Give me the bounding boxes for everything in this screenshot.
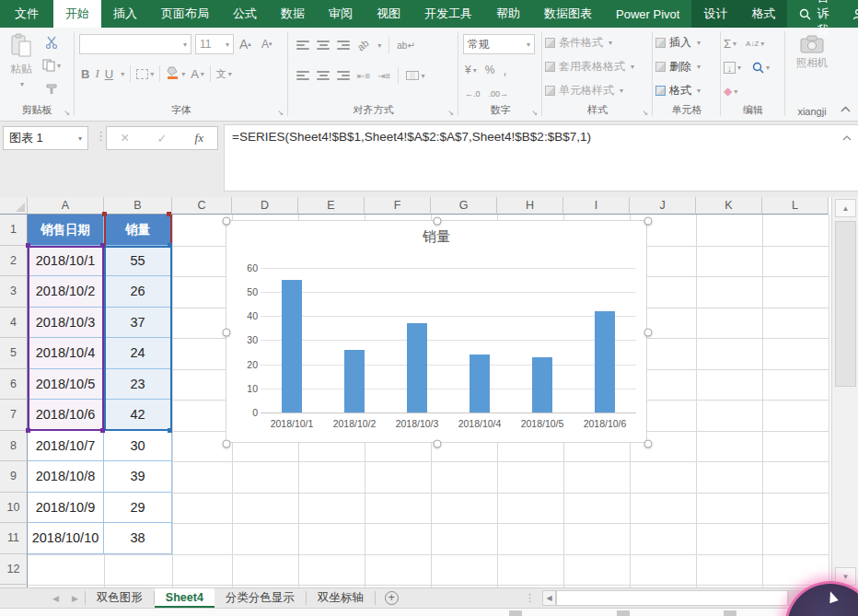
row-header-12[interactable]: 12 <box>0 554 28 586</box>
format-painter-button[interactable] <box>42 79 61 98</box>
align-middle-button[interactable] <box>317 39 330 52</box>
sheet-nav-prev-icon[interactable]: ◀ <box>46 588 65 608</box>
align-left-button[interactable] <box>296 69 309 82</box>
collapse-ribbon-button[interactable] <box>841 102 851 115</box>
embedded-chart[interactable]: 销量01020304050602018/10/12018/10/22018/10… <box>226 220 647 443</box>
sheet-tab-双色图形[interactable]: 双色图形 <box>86 588 154 608</box>
align-center-button[interactable] <box>317 69 330 82</box>
ribbon-tab-公式[interactable]: 公式 <box>221 0 269 28</box>
column-header-F[interactable]: F <box>365 197 431 215</box>
column-header-H[interactable]: H <box>497 197 563 215</box>
new-sheet-button[interactable]: + <box>385 591 399 605</box>
cell-B5[interactable]: 24 <box>104 338 172 369</box>
row-header-1[interactable]: 1 <box>0 215 28 246</box>
cell-A3[interactable]: 2018/10/2 <box>28 276 104 308</box>
comma-style-button[interactable]: , <box>503 61 506 79</box>
name-box[interactable]: 图表 1 ▾ <box>3 126 88 150</box>
row-header-3[interactable]: 3 <box>0 276 28 308</box>
column-header-J[interactable]: J <box>630 197 696 215</box>
column-header-E[interactable]: E <box>298 197 365 215</box>
styles-dialog-launcher[interactable]: ↘ <box>642 109 648 117</box>
sheet-nav-next-icon[interactable]: ▶ <box>65 588 85 608</box>
cell-A6[interactable]: 2018/10/5 <box>28 369 104 401</box>
conditional-formatting-button[interactable]: 条件格式▾ <box>545 35 612 51</box>
cell-A7[interactable]: 2018/10/6 <box>28 400 104 431</box>
cell-A4[interactable]: 2018/10/3 <box>28 308 104 339</box>
italic-button[interactable]: I <box>95 64 99 83</box>
ribbon-tab-帮助[interactable]: 帮助 <box>484 0 532 28</box>
row-header-7[interactable]: 7 <box>0 400 28 431</box>
cell-styles-button[interactable]: 单元格样式▾ <box>545 83 623 99</box>
chart-selection-handle[interactable] <box>434 440 442 448</box>
column-header-A[interactable]: A <box>28 197 104 215</box>
column-header-C[interactable]: C <box>172 197 232 215</box>
sheet-tab-双坐标轴[interactable]: 双坐标轴 <box>307 588 375 608</box>
format-cells-button[interactable]: 格式▾ <box>655 83 701 99</box>
decrease-decimal-button[interactable]: .00→ <box>489 85 509 103</box>
cell-A9[interactable]: 2018/10/8 <box>28 461 104 493</box>
ribbon-tab-开发工具[interactable]: 开发工具 <box>412 0 484 28</box>
phonetic-button[interactable]: 文▾ <box>216 64 232 83</box>
cell-B8[interactable]: 30 <box>104 431 172 462</box>
row-header-11[interactable]: 11 <box>0 523 28 554</box>
row-header-4[interactable]: 4 <box>0 308 28 339</box>
copy-button[interactable]: ▾ <box>42 56 61 75</box>
align-bottom-button[interactable] <box>337 39 350 52</box>
page-layout-view-icon[interactable] <box>617 610 630 616</box>
decrease-indent-button[interactable]: ⇤≡ <box>357 66 370 85</box>
cell-B7[interactable]: 42 <box>104 400 172 431</box>
chart-bar-2018/10/2[interactable] <box>344 350 365 413</box>
number-dialog-launcher[interactable]: ↘ <box>531 109 538 117</box>
cell-B3[interactable]: 26 <box>104 276 172 308</box>
scroll-up-button[interactable]: ▲ <box>835 199 856 217</box>
underline-button[interactable]: U <box>105 64 113 83</box>
column-header-L[interactable]: L <box>762 197 829 215</box>
scroll-left-button[interactable]: ◀ <box>542 590 556 606</box>
enter-button[interactable]: ✓ <box>157 132 168 145</box>
wrap-text-button[interactable]: ab↵ <box>397 36 415 54</box>
merge-center-button[interactable]: ▾ <box>406 66 424 85</box>
ribbon-tab-数据[interactable]: 数据 <box>269 0 317 28</box>
cell-A11[interactable]: 2018/10/10 <box>28 523 104 554</box>
cancel-button[interactable]: × <box>121 130 129 146</box>
format-as-table-button[interactable]: 套用表格格式▾ <box>545 59 634 75</box>
column-header-G[interactable]: G <box>431 197 497 215</box>
insert-cells-button[interactable]: 插入▾ <box>655 35 701 51</box>
chart-bar-2018/10/6[interactable] <box>595 311 615 413</box>
cell-A5[interactable]: 2018/10/4 <box>28 338 104 369</box>
chart-bar-2018/10/4[interactable] <box>470 354 490 413</box>
clipboard-dialog-launcher[interactable]: ↘ <box>64 109 70 117</box>
orientation-button[interactable]: ab <box>353 34 373 55</box>
horizontal-scroll-thumb[interactable] <box>556 590 788 606</box>
autosum-button[interactable]: Σ▾ <box>724 34 736 52</box>
alignment-dialog-launcher[interactable]: ↘ <box>447 109 454 117</box>
align-right-button[interactable] <box>337 69 350 82</box>
row-header-10[interactable]: 10 <box>0 493 28 524</box>
font-dialog-launcher[interactable]: ↘ <box>277 109 284 117</box>
fill-button[interactable]: ↓▾ <box>724 58 741 76</box>
ribbon-tab-审阅[interactable]: 审阅 <box>317 0 365 28</box>
cell-B6[interactable]: 23 <box>104 369 172 401</box>
align-top-button[interactable] <box>296 39 309 52</box>
ribbon-tab-设计[interactable]: 设计 <box>691 0 739 28</box>
find-select-button[interactable]: ▾ <box>752 58 770 76</box>
cell-B4[interactable]: 37 <box>104 308 172 339</box>
shrink-font-button[interactable]: A▾ <box>261 35 272 53</box>
font-color-button[interactable]: A▾ <box>191 64 204 83</box>
cell-A2[interactable]: 2018/10/1 <box>28 246 104 277</box>
cell-B9[interactable]: 39 <box>104 461 172 493</box>
increase-decimal-button[interactable]: ←.0 <box>465 85 481 103</box>
ribbon-tab-Power Pivot[interactable]: Power Pivot <box>604 0 691 28</box>
select-all-corner[interactable] <box>0 197 28 215</box>
ribbon-tab-插入[interactable]: 插入 <box>101 0 149 28</box>
column-header-D[interactable]: D <box>232 197 298 215</box>
sheet-tab-分类分色显示[interactable]: 分类分色显示 <box>214 588 306 608</box>
row-header-2[interactable]: 2 <box>0 246 28 277</box>
number-format-combo[interactable]: 常规▾ <box>463 34 535 54</box>
font-size-combo[interactable]: 11▾ <box>195 34 234 54</box>
chart-title[interactable]: 销量 <box>226 228 646 246</box>
cell-B10[interactable]: 29 <box>104 493 172 524</box>
normal-view-icon[interactable] <box>509 610 522 616</box>
increase-indent-button[interactable]: ⇥≡ <box>377 66 390 85</box>
accounting-format-button[interactable]: ¥▾ <box>465 61 477 79</box>
